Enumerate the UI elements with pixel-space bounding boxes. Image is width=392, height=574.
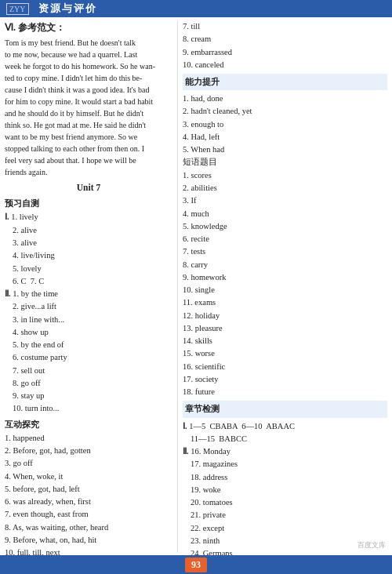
top-bar-title: 资源与评价 — [38, 2, 97, 16]
bottom-bar: 93 — [0, 555, 392, 574]
passage-line-12: friends again. — [5, 168, 47, 176]
passage-line-8: think so. He got mad at me. He said he d… — [5, 121, 146, 129]
passage-line-5: cause I didn't think it was a good idea.… — [5, 85, 149, 94]
unit7-title: Unit 7 — [5, 181, 172, 195]
interactive-answers: 1. happened 2. Before, got, had, gotten … — [5, 432, 172, 555]
passage-line-7: and he should do it by himself. But he d… — [5, 109, 143, 118]
ability-title: 能力提升 — [183, 74, 387, 90]
preview-answers: Ⅰ. 1. lively 2. alive 3. alive 4. live/l… — [5, 211, 172, 415]
top-bar: ZYY 资源与评价 — [0, 0, 392, 17]
left-section-title: Ⅵ. 参考范文： — [5, 20, 172, 35]
interactive-section: 互动探究 — [5, 418, 172, 431]
top-bar-logo: ZYY — [6, 3, 29, 15]
left-column: Ⅵ. 参考范文： Tom is my best friend. But he d… — [5, 20, 177, 552]
watermark: 百度文库 — [358, 540, 386, 550]
page-number: 93 — [185, 558, 207, 572]
passage-line-4: ted to copy mine. I didn't let him do th… — [5, 74, 142, 82]
passage-line-2: to me now, because we had a quarrel. Las… — [5, 50, 137, 59]
chapter-test-answers: Ⅰ. 1—5 CBABA 6—10 ABAAC 11—15 BABCC Ⅱ. 1… — [183, 420, 387, 555]
right-column: 7. till 8. cream 9. embarrassed 10. canc… — [177, 20, 387, 552]
passage-line-6: for him to copy mine. It would start a b… — [5, 97, 153, 106]
chapter-test-title: 章节检测 — [183, 401, 387, 417]
passage-line-9: want to be my best friend anymore. So we — [5, 133, 137, 141]
preview-ii: Ⅱ. 1. by the time — [5, 288, 172, 300]
preview-i: Ⅰ. 1. lively — [5, 211, 172, 223]
ability-answers: 1. had, done 2. hadn't cleaned, yet 3. e… — [183, 93, 387, 398]
passage-line-3: week he forgot to do his homework. So he… — [5, 62, 155, 71]
passage-line-11: feel very sad about that. I hope we will… — [5, 156, 136, 165]
right-top-items: 7. till 8. cream 9. embarrassed 10. canc… — [183, 20, 387, 71]
passage-line-1: Tom is my best friend. But he doesn't ta… — [5, 38, 136, 47]
passage-text: Tom is my best friend. But he doesn't ta… — [5, 37, 172, 178]
preview-section: 预习自测 — [5, 197, 172, 210]
passage-line-10: stopped talking to each other from then … — [5, 144, 144, 153]
